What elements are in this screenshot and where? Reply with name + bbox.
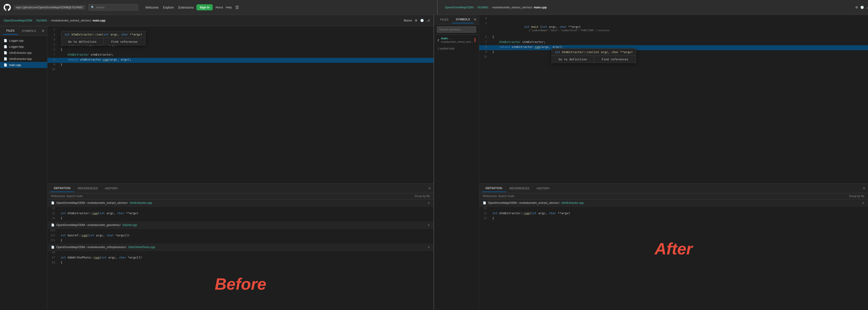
tooltip-container: 5 int main (int argc, char **argv) int U… xyxy=(48,43,434,48)
def-tab-references[interactable]: REFERENCES xyxy=(74,185,101,192)
left-bc-path: modules/odm_extract_utm/src/ xyxy=(51,19,91,22)
file-item-3[interactable]: 📄 UtmExtractor.hpp xyxy=(0,56,47,62)
app-container: repo:'github\com/OpenDroneMap/ODM$@7b248… xyxy=(0,0,868,310)
right-def-tabs: DEFINITION REFERENCES HISTORY ✕ xyxy=(479,184,868,193)
right-collapse-icon-0[interactable]: ∨ xyxy=(862,201,864,205)
right-def-code-line: 31 xyxy=(479,207,868,212)
symbol-indicator xyxy=(475,38,475,42)
nav-menu-icon[interactable]: ☰ xyxy=(235,5,239,10)
right-inline-popup: int UtmExtractor::run(int argc, char **a… xyxy=(552,48,636,63)
file-name-4: main.cpp xyxy=(9,63,21,67)
right-panel-close-icon[interactable]: ✕ xyxy=(473,18,476,22)
right-group-by-file-label: Group by file xyxy=(849,194,864,198)
left-bc-org[interactable]: OpenDroneMap/ODM xyxy=(4,19,32,22)
file-header-path-0: OpenDroneMap/ODM › modules/odm_extract_u… xyxy=(56,201,128,205)
right-def-tab-history[interactable]: HISTORY xyxy=(533,185,553,192)
right-nav-commit[interactable]: 7b24891 xyxy=(477,6,489,9)
def-close-icon[interactable]: ✕ xyxy=(428,187,431,190)
def-file-header-1[interactable]: 📄 OpenDroneMap/ODM › modules/odm_georef/… xyxy=(48,221,434,229)
collapse-icon-1[interactable]: ∨ xyxy=(428,223,430,227)
right-nav-history-icon[interactable]: 🕐 xyxy=(860,6,864,9)
tab-files[interactable]: FILES xyxy=(3,27,18,35)
find-references-button[interactable]: Find references xyxy=(103,38,146,45)
right-def-close-icon[interactable]: ✕ xyxy=(863,187,865,190)
right-tab-symbols[interactable]: SYMBOLS xyxy=(452,16,473,23)
right-def-code-0: 31 32 int UtmExtractor::run(int argc, ch… xyxy=(479,207,868,221)
nav-explore[interactable]: Explore xyxy=(163,6,174,9)
def-code-line: 255 { xyxy=(48,239,434,244)
panel-close-icon[interactable]: ✕ xyxy=(41,29,44,33)
file-header-name-2: OdmOrthoPhoto.cpp xyxy=(128,245,155,249)
code-line: 10 xyxy=(48,68,434,73)
right-panel-tabs: FILES SYMBOLS ✕ xyxy=(434,15,479,24)
left-bc-history-icon[interactable]: 🕐 xyxy=(420,19,424,22)
file-name-0: Logger.cpp xyxy=(9,39,24,42)
right-def-code-line: 32 int UtmExtractor::run(int argc, char … xyxy=(479,212,868,216)
search-icon: 🔍 xyxy=(91,6,94,9)
right-def-tab-definition[interactable]: DEFINITION xyxy=(482,185,506,192)
right-def-file-header-0[interactable]: 📄 OpenDroneMap/ODM › modules/odm_extract… xyxy=(479,199,868,207)
symbols-search-input[interactable] xyxy=(437,26,476,33)
nav-extensions[interactable]: Extensions xyxy=(178,6,194,9)
right-code-line: 10 xyxy=(479,55,868,60)
nav-help[interactable]: Help xyxy=(226,6,232,9)
right-popup-sig: int UtmExtractor::run(int argc, char **a… xyxy=(552,49,636,56)
nav-about[interactable]: About xyxy=(215,6,223,9)
left-sidebar: FILES SYMBOLS ✕ 📄 Logger.cpp 📄 Logger.hp… xyxy=(0,26,48,310)
right-nav-org[interactable]: OpenDroneMap/ODM xyxy=(445,6,473,9)
left-panel: OpenDroneMap/ODM › 7b24891 › modules/odm… xyxy=(0,15,434,310)
right-editor: 4 5 int main (int argc, char **argv) {"s… xyxy=(479,15,868,310)
right-file-header-path-0: OpenDroneMap/ODM › modules/odm_extract_u… xyxy=(488,201,559,205)
def-code-0: 31 32 int UtmExtractor::run(int argc, ch… xyxy=(48,207,434,221)
right-nav-settings-icon[interactable]: ⚙ xyxy=(855,6,858,9)
main-content: OpenDroneMap/ODM › 7b24891 › modules/odm… xyxy=(0,15,868,310)
symbol-item-main[interactable]: ƒ main – modules/odm_extract_utm/... xyxy=(434,35,479,45)
def-tab-history[interactable]: HISTORY xyxy=(101,185,122,192)
file-item-0[interactable]: 📄 Logger.cpp xyxy=(0,37,47,43)
file-item-2[interactable]: 📄 UtmExtractor.cpp xyxy=(0,50,47,56)
search-placeholder: Search xyxy=(96,6,104,9)
left-bc-github-icon[interactable]: ⎇ xyxy=(427,19,430,22)
def-file-header-0[interactable]: 📄 OpenDroneMap/ODM › modules/odm_extract… xyxy=(48,199,434,207)
nav-search-box[interactable]: 🔍 Search xyxy=(88,4,138,11)
left-code-editor: 2 3 #include "UtmExtractor.hpp" 4 xyxy=(48,26,434,74)
def-code-line: 254 int Georef::run(int argc, char *argv… xyxy=(48,234,434,239)
right-code-line: 7 UtmExtractor utmExtractor; xyxy=(479,40,868,45)
file-icon-0: 📄 xyxy=(4,39,7,42)
right-file-header-icon-0: 📄 xyxy=(483,201,486,205)
def-file-section-1: 📄 OpenDroneMap/ODM › modules/odm_georef/… xyxy=(48,221,434,244)
file-item-1[interactable]: 📄 Logger.hpp xyxy=(0,43,47,50)
blame-button[interactable]: Blame xyxy=(404,19,412,22)
def-file-header-2[interactable]: 📄 OpenDroneMap/ODM › modules/odm_orthoph… xyxy=(48,244,434,251)
right-find-references-button[interactable]: Find references xyxy=(594,56,636,63)
file-item-4[interactable]: 📄 main.cpp xyxy=(0,62,47,68)
right-def-toolbar: References: Search mode Group by file xyxy=(479,193,868,199)
right-nav-github-icon[interactable]: ⎇ xyxy=(866,6,868,9)
def-tab-definition[interactable]: DEFINITION xyxy=(50,185,74,192)
signin-button[interactable]: Sign in xyxy=(196,4,213,10)
after-label: After xyxy=(479,235,868,262)
code-line: 7 UtmExtractor utmExtractor; xyxy=(48,53,434,58)
right-nav-file: main.cpp xyxy=(534,6,547,9)
def-code-1: 253 254 int Georef::run(int argc, char *… xyxy=(48,229,434,244)
symbol-count: 1 symbol total xyxy=(434,45,479,52)
file-header-icon-1: 📄 xyxy=(51,223,55,227)
left-code-tooltip: int UtmExtractor::run(int argc, char **a… xyxy=(61,31,146,45)
symbol-fn-icon: ƒ xyxy=(438,38,439,42)
left-bc-commit[interactable]: 7b24891 xyxy=(36,19,48,22)
left-bc-settings-icon[interactable]: ⚙ xyxy=(415,19,417,22)
collapse-icon-0[interactable]: ∨ xyxy=(428,201,430,205)
right-tab-files[interactable]: FILES xyxy=(437,16,452,23)
right-goto-definition-button[interactable]: Go to definition xyxy=(552,56,594,63)
file-icon-2: 📄 xyxy=(4,51,7,55)
left-bc-file: main.cpp xyxy=(93,19,105,22)
collapse-icon-2[interactable]: ∨ xyxy=(428,245,430,249)
right-code-line-highlighted: 8 return utmExtractor.run(argc, argv); xyxy=(479,45,868,50)
right-def-tab-references[interactable]: REFERENCES xyxy=(506,185,533,192)
file-icon-1: 📄 xyxy=(4,45,7,48)
file-header-path-2: OpenDroneMap/ODM › modules/odm_orthophot… xyxy=(56,245,126,249)
tab-symbols[interactable]: SYMBOLS xyxy=(18,27,39,34)
symbols-search xyxy=(434,24,479,35)
nav-welcome[interactable]: Welcome xyxy=(145,6,158,9)
goto-definition-button[interactable]: Go to definition xyxy=(61,38,103,45)
